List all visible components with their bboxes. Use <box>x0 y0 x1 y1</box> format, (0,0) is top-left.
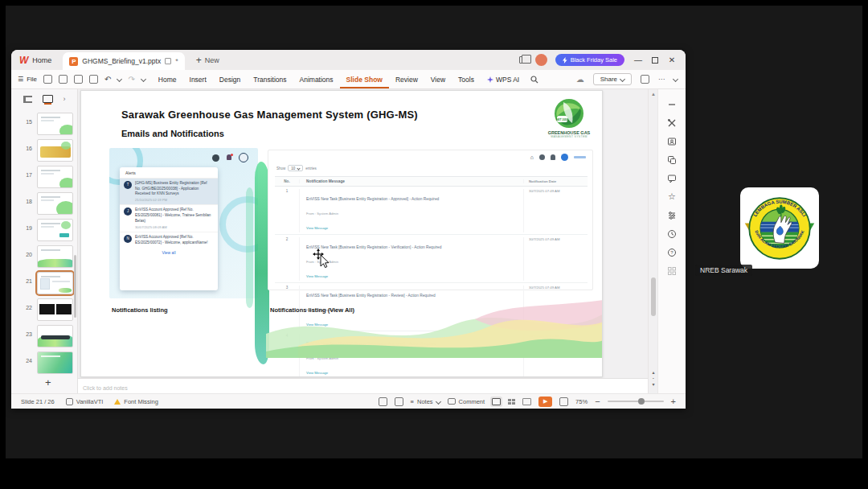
scrollbar-thumb[interactable] <box>651 277 656 316</box>
zoom-slider-knob[interactable] <box>638 398 645 405</box>
notification-bell-icon <box>551 154 555 160</box>
quick-tools-icon[interactable] <box>667 117 678 128</box>
favorites-icon[interactable]: ☆ <box>667 191 678 202</box>
view-message-link: View Message <box>306 226 328 230</box>
zoom-in-button[interactable]: + <box>671 397 676 406</box>
add-slide-button[interactable]: + <box>45 376 51 388</box>
menu-review[interactable]: Review <box>389 76 424 84</box>
scroll-up-icon[interactable]: ▲ <box>651 92 656 97</box>
thumbnail-slide-20[interactable]: 20 <box>11 245 78 269</box>
collapse-rail-icon[interactable] <box>667 99 678 109</box>
document-tab[interactable]: P GHGMS_Briefing_v1.pptx * <box>63 52 184 70</box>
slide-21[interactable]: Sarawak Greenhouse Gas Management System… <box>80 90 603 377</box>
wps-window: W Home P GHGMS_Briefing_v1.pptx * + New … <box>11 50 686 409</box>
quickbar-dropdown-icon[interactable] <box>141 76 146 82</box>
thumbnail-slide-18[interactable]: 18 <box>11 192 78 216</box>
slideshow-play-button[interactable]: ▶ <box>538 397 552 407</box>
notes-toggle[interactable]: ≡ Notes <box>411 398 440 405</box>
cloud-sync-icon[interactable]: ☁ <box>576 75 584 84</box>
wps-ai-menu[interactable]: WPS AI <box>481 76 526 84</box>
menu-insert[interactable]: Insert <box>183 76 213 84</box>
slide-preview <box>37 166 73 188</box>
right-tool-rail: ☆ ? <box>657 89 686 393</box>
outline-view-icon[interactable] <box>23 96 32 103</box>
fit-slide-icon[interactable] <box>559 397 568 406</box>
decor-ribbon <box>246 187 253 308</box>
resume-assistant-icon[interactable] <box>667 136 678 146</box>
normal-view-button[interactable] <box>492 398 501 405</box>
redo-icon[interactable]: ↷ <box>128 75 134 84</box>
row-date: 30/7/2025 07:49 AM <box>523 189 588 232</box>
alert-item: J EnVISS Account Approved [Ref No. ES/20… <box>120 205 218 232</box>
slide-settings-icon[interactable] <box>379 397 387 406</box>
start-from-slide-icon[interactable] <box>395 397 403 406</box>
panel-tabs: › <box>11 89 77 109</box>
font-missing-warning[interactable]: Font Missing <box>114 398 158 405</box>
export-icon[interactable] <box>59 75 68 84</box>
shapes-panel-icon[interactable] <box>667 154 678 165</box>
comment-toggle[interactable]: Comment <box>448 398 485 405</box>
zoom-slider[interactable] <box>608 401 664 402</box>
thumbnail-slide-23[interactable]: 23 <box>11 325 78 349</box>
thumbnail-slide-22[interactable]: 22 <box>11 298 78 323</box>
menu-home[interactable]: Home <box>152 76 183 84</box>
print-preview-icon[interactable] <box>89 75 98 84</box>
thumbnail-slide-16[interactable]: 16 <box>11 139 78 163</box>
canvas-scrollbar[interactable]: ▲ ▴ ▪ ▾ <box>648 89 657 393</box>
promo-label: Black Friday Sale <box>571 56 617 64</box>
slide-number: 19 <box>18 225 32 231</box>
wps-home-tab[interactable]: W Home <box>11 50 63 70</box>
tab-preview-icon[interactable] <box>165 58 171 64</box>
help-circle-icon[interactable]: ? <box>667 247 678 257</box>
slide-number: 20 <box>18 252 32 257</box>
thumbnail-slide-21-selected[interactable]: 21 <box>11 272 78 296</box>
mouse-cursor <box>313 249 332 269</box>
save-icon[interactable] <box>43 75 52 84</box>
search-icon[interactable] <box>530 76 538 84</box>
menu-design[interactable]: Design <box>213 76 247 84</box>
user-avatar-icon <box>561 154 568 161</box>
account-avatar[interactable] <box>535 54 547 66</box>
zoom-out-button[interactable]: − <box>595 397 600 406</box>
window-arrange-icon[interactable] <box>519 56 527 64</box>
zoom-percentage[interactable]: 75% <box>575 398 588 405</box>
thumbnail-slide-15[interactable]: 15 <box>11 113 78 137</box>
black-friday-sale-button[interactable]: Black Friday Sale <box>555 54 624 66</box>
alerts-dropdown: Alerts T [GHG-MS] Business Entity Regist… <box>120 167 218 290</box>
apps-grid-icon[interactable] <box>667 265 678 276</box>
undo-dropdown-icon[interactable] <box>117 76 122 82</box>
menu-slide-show[interactable]: Slide Show <box>340 76 389 88</box>
new-tab-button[interactable]: + New <box>196 55 219 66</box>
more-options-icon[interactable]: ⋯ <box>658 76 665 83</box>
menu-tools[interactable]: Tools <box>452 76 481 84</box>
share-dropdown-icon <box>620 76 625 82</box>
thumbnail-slide-19[interactable]: 19 <box>11 219 78 243</box>
thumbnail-slide-24[interactable]: 24 <box>11 351 78 376</box>
menu-view[interactable]: View <box>424 76 452 84</box>
maximize-button[interactable] <box>652 57 658 64</box>
thumbnail-scrollbar[interactable] <box>74 255 76 318</box>
next-slide-button[interactable]: ▾ <box>650 381 657 388</box>
sidebar-toggle-icon[interactable] <box>641 75 649 84</box>
slide-view-icon[interactable] <box>43 95 53 103</box>
menu-transitions[interactable]: Transitions <box>247 76 293 84</box>
minimize-button[interactable]: — <box>633 55 644 64</box>
print-icon[interactable] <box>74 75 83 84</box>
ghgms-globe-icon: NET 2050 <box>553 97 585 129</box>
previous-slide-button[interactable]: ▴ <box>650 369 657 376</box>
settings-sliders-icon[interactable] <box>667 210 678 220</box>
collapse-ribbon-icon[interactable] <box>673 76 678 82</box>
thumbnail-slide-17[interactable]: 17 <box>11 166 78 190</box>
slide-sorter-view-button[interactable] <box>508 399 515 405</box>
notes-area[interactable]: Click to add notes <box>78 378 648 393</box>
undo-icon[interactable]: ↶ <box>104 75 111 84</box>
menu-animations[interactable]: Animations <box>293 76 340 84</box>
history-clock-icon[interactable] <box>667 228 678 239</box>
file-menu[interactable]: ☰ File <box>18 76 37 83</box>
reading-view-button[interactable] <box>522 398 531 405</box>
comment-panel-icon[interactable] <box>667 173 678 183</box>
theme-indicator[interactable]: VanillaVTI <box>66 398 104 405</box>
expand-panel-icon[interactable]: › <box>63 95 66 103</box>
close-button[interactable]: ✕ <box>666 55 678 64</box>
share-button[interactable]: Share <box>593 73 632 85</box>
